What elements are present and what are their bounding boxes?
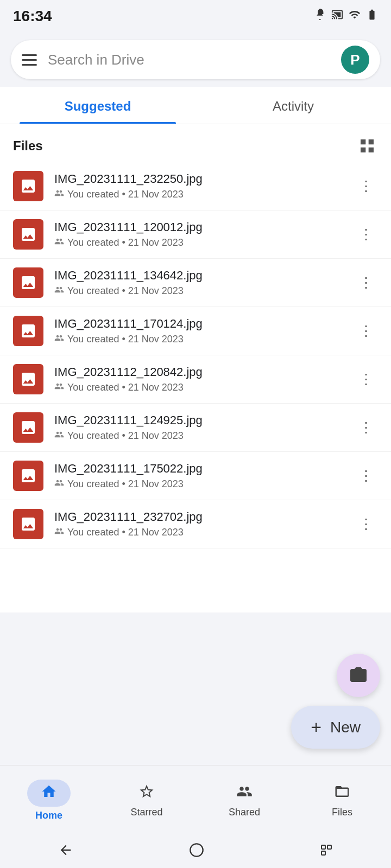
file-list: IMG_20231111_232250.jpg You created • 21… — [0, 162, 391, 559]
file-info: IMG_20231111_124925.jpg You created • 21… — [54, 413, 354, 442]
home-button[interactable] — [189, 843, 204, 861]
sidebar-item-files[interactable]: Files — [293, 776, 391, 826]
tabs-container: Suggested Activity — [0, 87, 391, 124]
file-meta: You created • 21 Nov 2023 — [54, 526, 354, 539]
back-button[interactable] — [58, 843, 73, 861]
fab-container: + New — [291, 654, 380, 749]
file-thumbnail — [13, 364, 43, 394]
file-name: IMG_20231111_175022.jpg — [54, 462, 354, 476]
sidebar-item-starred[interactable]: Starred — [98, 776, 195, 826]
files-header: Files — [0, 124, 391, 162]
file-meta: You created • 21 Nov 2023 — [54, 188, 354, 201]
file-info: IMG_20231111_232702.jpg You created • 21… — [54, 510, 354, 539]
file-info: IMG_20231112_120842.jpg You created • 21… — [54, 365, 354, 394]
file-meta-people-icon — [54, 188, 64, 201]
notification-icon — [314, 9, 326, 24]
file-more-button[interactable]: ⋮ — [354, 367, 378, 391]
file-name: IMG_20231111_134642.jpg — [54, 269, 354, 283]
user-avatar[interactable]: P — [341, 46, 369, 74]
svg-point-0 — [190, 844, 203, 856]
files-nav-icon — [334, 783, 350, 803]
table-row[interactable]: IMG_20231111_232702.jpg You created • 21… — [0, 500, 391, 548]
sidebar-item-home[interactable]: Home — [0, 772, 98, 829]
tab-suggested[interactable]: Suggested — [0, 87, 195, 124]
tab-activity[interactable]: Activity — [195, 87, 391, 124]
file-name: IMG_20231112_120842.jpg — [54, 365, 354, 379]
search-placeholder: Search in Drive — [48, 52, 341, 68]
search-bar[interactable]: Search in Drive P — [11, 40, 380, 79]
table-row[interactable]: IMG_20231111_170124.jpg You created • 21… — [0, 307, 391, 355]
table-row[interactable]: IMG_20231111_120012.jpg You created • 21… — [0, 210, 391, 259]
table-row[interactable]: IMG_20231112_120842.jpg You created • 21… — [0, 355, 391, 404]
file-info: IMG_20231111_232250.jpg You created • 21… — [54, 172, 354, 201]
system-bar — [0, 835, 391, 868]
file-thumbnail — [13, 316, 43, 346]
file-more-button[interactable]: ⋮ — [354, 416, 378, 439]
hamburger-menu-icon[interactable] — [22, 54, 37, 66]
file-name: IMG_20231111_170124.jpg — [54, 317, 354, 331]
home-active-bg — [27, 780, 71, 807]
file-name: IMG_20231111_120012.jpg — [54, 220, 354, 234]
starred-nav-label: Starred — [130, 807, 162, 818]
file-meta: You created • 21 Nov 2023 — [54, 430, 354, 442]
files-section-label: Files — [13, 138, 43, 154]
main-content: Files IMG_20231111_232250.jpg You — [0, 124, 391, 612]
shared-nav-label: Shared — [229, 807, 260, 818]
file-thumbnail — [13, 171, 43, 201]
file-meta-people-icon — [54, 526, 64, 539]
file-thumbnail — [13, 267, 43, 298]
table-row[interactable]: IMG_20231111_175022.jpg You created • 21… — [0, 452, 391, 500]
file-more-button[interactable]: ⋮ — [354, 512, 378, 536]
shared-icon — [236, 783, 253, 803]
files-nav-label: Files — [332, 807, 352, 818]
file-thumbnail — [13, 219, 43, 250]
battery-icon — [366, 9, 378, 24]
svg-rect-3 — [321, 851, 325, 855]
fab-new-button[interactable]: + New — [291, 706, 380, 749]
grid-view-icon[interactable] — [356, 135, 378, 157]
svg-rect-1 — [321, 845, 325, 849]
file-meta: You created • 21 Nov 2023 — [54, 333, 354, 346]
status-bar: 16:34 — [0, 0, 391, 33]
home-nav-label: Home — [35, 810, 62, 821]
sidebar-item-shared[interactable]: Shared — [195, 776, 293, 826]
file-name: IMG_20231111_124925.jpg — [54, 413, 354, 427]
file-meta-people-icon — [54, 237, 64, 249]
file-info: IMG_20231111_134642.jpg You created • 21… — [54, 269, 354, 297]
status-time: 16:34 — [13, 8, 52, 25]
fab-camera-button[interactable] — [337, 654, 380, 697]
file-meta-people-icon — [54, 381, 64, 394]
file-meta: You created • 21 Nov 2023 — [54, 381, 354, 394]
table-row[interactable]: IMG_20231111_124925.jpg You created • 21… — [0, 404, 391, 452]
file-info: IMG_20231111_175022.jpg You created • 21… — [54, 462, 354, 490]
starred-icon — [138, 783, 155, 803]
search-bar-container: Search in Drive P — [0, 33, 391, 87]
file-meta: You created • 21 Nov 2023 — [54, 478, 354, 490]
file-meta-people-icon — [54, 430, 64, 442]
file-thumbnail — [13, 509, 43, 539]
file-info: IMG_20231111_170124.jpg You created • 21… — [54, 317, 354, 346]
status-icons — [314, 9, 378, 24]
file-info: IMG_20231111_120012.jpg You created • 21… — [54, 220, 354, 249]
recents-button[interactable] — [320, 844, 333, 860]
svg-rect-2 — [327, 845, 331, 849]
file-more-button[interactable]: ⋮ — [354, 174, 378, 198]
file-meta: You created • 21 Nov 2023 — [54, 285, 354, 297]
file-more-button[interactable]: ⋮ — [354, 464, 378, 488]
cast-icon — [331, 9, 343, 24]
file-more-button[interactable]: ⋮ — [354, 271, 378, 295]
table-row[interactable]: IMG_20231111_232250.jpg You created • 21… — [0, 162, 391, 210]
wifi-icon — [349, 9, 361, 24]
home-icon — [41, 783, 57, 803]
file-name: IMG_20231111_232250.jpg — [54, 172, 354, 186]
file-meta-people-icon — [54, 285, 64, 297]
file-name: IMG_20231111_232702.jpg — [54, 510, 354, 524]
file-thumbnail — [13, 461, 43, 491]
table-row[interactable]: IMG_20231111_134642.jpg You created • 21… — [0, 259, 391, 307]
file-meta-people-icon — [54, 333, 64, 346]
file-more-button[interactable]: ⋮ — [354, 222, 378, 246]
file-meta-people-icon — [54, 478, 64, 490]
file-more-button[interactable]: ⋮ — [354, 319, 378, 343]
file-thumbnail — [13, 412, 43, 443]
bottom-nav: Home Starred Shared Files — [0, 765, 391, 835]
